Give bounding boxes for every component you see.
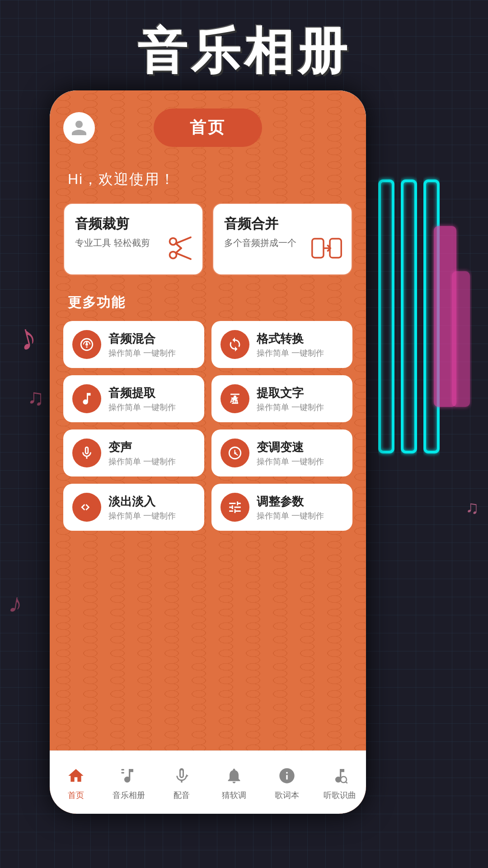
feature-fade[interactable]: 淡出淡入 操作简单 一键制作 bbox=[63, 484, 204, 531]
convert-icon-wrap bbox=[221, 330, 249, 359]
audio-cut-title: 音频裁剪 bbox=[75, 215, 192, 233]
phone-inner: 首页 Hi，欢迎使用！ 音频裁剪 专业工具 轻松截剪 bbox=[50, 90, 366, 814]
home-tab[interactable]: 首页 bbox=[154, 108, 262, 147]
mix-icon-wrap bbox=[72, 330, 101, 359]
svg-rect-12 bbox=[330, 239, 341, 258]
feature-adjust[interactable]: 调整参数 操作简单 一键制作 bbox=[211, 484, 352, 531]
home-nav-icon bbox=[65, 764, 87, 787]
feature-pitch-speed[interactable]: 变调变速 操作简单 一键制作 bbox=[211, 429, 352, 476]
mic-icon-wrap bbox=[72, 439, 101, 467]
audio-merge-card[interactable]: 音频合并 多个音频拼成一个 bbox=[212, 203, 352, 275]
phone-header: 首页 bbox=[50, 90, 366, 156]
feature-voice-change-text: 变声 操作简单 一键制作 bbox=[108, 439, 176, 467]
feature-fade-text: 淡出淡入 操作简单 一键制作 bbox=[108, 494, 176, 521]
lyrics-book-nav-icon bbox=[276, 764, 298, 787]
svg-line-9 bbox=[176, 244, 181, 249]
bottom-nav: 首页 音乐相册 配 bbox=[50, 750, 366, 814]
music-note-icon-wrap bbox=[72, 384, 101, 413]
app-title: 音乐相册 bbox=[0, 18, 488, 85]
svg-rect-16 bbox=[121, 769, 124, 770]
feature-text-extract[interactable]: Aa 提取文字 操作简单 一键制作 bbox=[211, 375, 352, 422]
feature-voice-change[interactable]: 变声 操作简单 一键制作 bbox=[63, 429, 204, 476]
nav-home[interactable]: 首页 bbox=[50, 764, 103, 801]
features-grid: 音频混合 操作简单 一键制作 格式转换 操作简单 一键制作 bbox=[50, 316, 366, 535]
main-cards-container: 音频裁剪 专业工具 轻松截剪 音频合并 多个音频拼成一个 bbox=[50, 198, 366, 284]
fade-icon-wrap bbox=[72, 493, 101, 522]
svg-line-19 bbox=[346, 782, 347, 783]
feature-audio-mix-text: 音频混合 操作简单 一键制作 bbox=[108, 331, 176, 359]
nav-lyrics-book-label: 歌词本 bbox=[275, 790, 299, 801]
nav-home-label: 首页 bbox=[68, 790, 84, 801]
music-recognize-nav-icon bbox=[328, 764, 351, 787]
svg-text:Aa: Aa bbox=[230, 397, 238, 404]
svg-rect-11 bbox=[312, 239, 324, 258]
merge-icon bbox=[311, 235, 343, 267]
feature-text-extract-text: 提取文字 操作简单 一键制作 bbox=[257, 385, 324, 413]
avatar-button[interactable] bbox=[63, 112, 95, 144]
svg-line-8 bbox=[176, 253, 191, 259]
sliders-icon-wrap bbox=[221, 493, 249, 522]
nav-dubbing[interactable]: 配音 bbox=[155, 764, 208, 801]
album-nav-icon bbox=[117, 764, 140, 787]
scissors-icon bbox=[166, 235, 193, 267]
floating-note-4: ♫ bbox=[465, 497, 479, 518]
clock-icon-wrap bbox=[221, 439, 249, 467]
nav-lyrics-book[interactable]: 歌词本 bbox=[261, 764, 314, 801]
text-icon-wrap: Aa bbox=[221, 384, 249, 413]
nav-music-recognize[interactable]: 听歌识曲 bbox=[313, 764, 366, 801]
nav-lyrics-guess[interactable]: 猜软调 bbox=[208, 764, 261, 801]
feature-audio-extract-text: 音频提取 操作简单 一键制作 bbox=[108, 385, 176, 413]
feature-audio-mix[interactable]: 音频混合 操作简单 一键制作 bbox=[63, 321, 204, 368]
feature-format-convert-text: 格式转换 操作简单 一键制作 bbox=[257, 331, 324, 359]
dubbing-nav-icon bbox=[170, 764, 193, 787]
nav-music-recognize-label: 听歌识曲 bbox=[324, 790, 356, 801]
nav-dubbing-label: 配音 bbox=[174, 790, 190, 801]
lyrics-guess-nav-icon bbox=[223, 764, 245, 787]
svg-line-10 bbox=[176, 248, 181, 253]
phone-frame: 首页 Hi，欢迎使用！ 音频裁剪 专业工具 轻松截剪 bbox=[50, 90, 366, 814]
feature-audio-extract[interactable]: 音频提取 操作简单 一键制作 bbox=[63, 375, 204, 422]
feature-adjust-text: 调整参数 操作简单 一键制作 bbox=[257, 494, 324, 521]
feature-format-convert[interactable]: 格式转换 操作简单 一键制作 bbox=[211, 321, 352, 368]
floating-note-2: ♫ bbox=[27, 384, 44, 410]
audio-merge-title: 音频合并 bbox=[224, 215, 341, 233]
svg-line-7 bbox=[176, 237, 191, 244]
audio-cut-card[interactable]: 音频裁剪 专业工具 轻松截剪 bbox=[63, 203, 203, 275]
svg-point-14 bbox=[85, 343, 88, 346]
welcome-text: Hi，欢迎使用！ bbox=[50, 156, 366, 198]
more-features-label: 更多功能 bbox=[50, 284, 366, 316]
svg-point-18 bbox=[340, 776, 346, 782]
nav-album[interactable]: 音乐相册 bbox=[103, 764, 155, 801]
nav-album-label: 音乐相册 bbox=[113, 790, 145, 801]
feature-pitch-speed-text: 变调变速 操作简单 一键制作 bbox=[257, 439, 324, 467]
svg-rect-17 bbox=[121, 772, 124, 773]
nav-lyrics-guess-label: 猜软调 bbox=[222, 790, 246, 801]
